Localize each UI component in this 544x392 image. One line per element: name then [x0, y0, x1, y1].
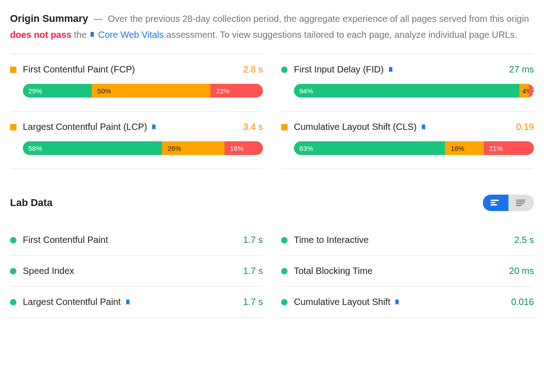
bookmark-icon: [387, 66, 394, 74]
lab-name-fcp: First Contentful Paint: [23, 235, 237, 245]
lab-data-grid: First Contentful Paint 1.7 s Time to Int…: [10, 225, 534, 318]
field-metric-lcp[interactable]: Largest Contentful Paint (LCP) 3.4 s 58%…: [10, 111, 263, 169]
lab-metric-cls[interactable]: Cumulative Layout Shift 0.016: [281, 287, 534, 318]
svg-rect-3: [516, 200, 525, 201]
metric-value-fcp: 2.8 s: [243, 64, 263, 75]
lab-value-cls: 0.016: [511, 297, 534, 307]
core-web-vitals-link[interactable]: Core Web Vitals: [98, 30, 164, 40]
lab-data-title: Lab Data: [10, 197, 483, 209]
svg-rect-1: [491, 202, 495, 203]
circle-icon: [281, 237, 288, 243]
lab-value-tbt: 20 ms: [509, 266, 534, 276]
metric-value-cls: 0.19: [516, 122, 534, 132]
distribution-bar-fid: 94% 4% 2%: [294, 84, 534, 98]
square-icon: [281, 124, 288, 130]
dist-poor: 21%: [484, 141, 534, 155]
circle-icon: [10, 268, 16, 274]
lab-data-header: Lab Data: [10, 195, 534, 211]
lab-name-tti: Time to Interactive: [294, 235, 508, 245]
lab-value-tti: 2.5 s: [514, 235, 534, 245]
origin-summary-post: assessment. To view suggestions tailored…: [166, 30, 517, 40]
bookmark-icon: [125, 298, 131, 306]
circle-icon: [10, 237, 16, 243]
dist-good: 63%: [294, 141, 445, 155]
lab-metric-fcp[interactable]: First Contentful Paint 1.7 s: [10, 225, 263, 256]
bookmark-icon: [394, 298, 400, 306]
lab-name-tbt: Total Blocking Time: [294, 266, 503, 276]
lab-name-cls: Cumulative Layout Shift: [294, 297, 505, 307]
lab-name-si: Speed Index: [23, 266, 237, 276]
dist-avg: 4%: [519, 84, 529, 98]
circle-icon: [281, 268, 288, 274]
view-toggle-list[interactable]: [508, 195, 534, 211]
dash-separator: —: [91, 14, 105, 24]
square-icon: [10, 124, 16, 130]
origin-summary-pre: Over the previous 28-day collection peri…: [108, 14, 529, 24]
dist-good: 29%: [23, 84, 92, 98]
dist-avg: 50%: [92, 84, 210, 98]
distribution-bar-fcp: 29% 50% 22%: [23, 84, 263, 98]
lab-value-lcp: 1.7 s: [243, 297, 263, 307]
field-metric-fcp[interactable]: First Contentful Paint (FCP) 2.8 s 29% 5…: [10, 54, 263, 112]
dist-poor: 2%: [529, 84, 534, 98]
dist-good: 94%: [294, 84, 519, 98]
origin-summary-title: Origin Summary: [10, 13, 88, 24]
svg-rect-0: [491, 200, 499, 201]
svg-rect-6: [516, 205, 522, 206]
bookmark-icon: [89, 31, 95, 39]
circle-icon: [281, 67, 288, 73]
metric-value-fid: 27 ms: [509, 64, 534, 75]
view-toggle: [483, 195, 534, 211]
metric-name-fcp: First Contentful Paint (FCP): [23, 64, 237, 75]
svg-rect-2: [491, 204, 497, 206]
origin-summary-text: Origin Summary — Over the previous 28-da…: [10, 10, 534, 42]
field-metric-cls[interactable]: Cumulative Layout Shift (CLS) 0.19 63% 1…: [281, 111, 534, 169]
dist-poor: 16%: [225, 141, 263, 155]
circle-icon: [281, 299, 288, 305]
svg-rect-5: [516, 203, 523, 204]
lab-metric-tti[interactable]: Time to Interactive 2.5 s: [281, 225, 534, 256]
distribution-bar-lcp: 58% 26% 16%: [23, 141, 263, 155]
metric-name-cls: Cumulative Layout Shift (CLS): [294, 122, 510, 132]
lab-metric-tbt[interactable]: Total Blocking Time 20 ms: [281, 256, 534, 287]
lab-value-si: 1.7 s: [243, 266, 263, 276]
lab-metric-lcp[interactable]: Largest Contentful Paint 1.7 s: [10, 287, 263, 318]
metric-value-lcp: 3.4 s: [243, 122, 263, 132]
dist-avg: 16%: [445, 141, 483, 155]
dist-poor: 22%: [210, 84, 263, 98]
distribution-bar-cls: 63% 16% 21%: [294, 141, 534, 155]
square-icon: [10, 67, 16, 73]
lab-value-fcp: 1.7 s: [243, 235, 263, 245]
metric-name-fid: First Input Delay (FID): [294, 64, 503, 75]
view-toggle-bars[interactable]: [483, 195, 508, 211]
lab-name-lcp: Largest Contentful Paint: [23, 297, 237, 307]
origin-summary-fail: does not pass: [10, 30, 71, 40]
metric-name-lcp: Largest Contentful Paint (LCP): [23, 122, 237, 132]
field-data-grid: First Contentful Paint (FCP) 2.8 s 29% 5…: [10, 54, 534, 169]
bookmark-icon: [151, 123, 157, 131]
lab-metric-si[interactable]: Speed Index 1.7 s: [10, 256, 263, 287]
dist-avg: 26%: [162, 141, 225, 155]
circle-icon: [10, 299, 16, 305]
bookmark-icon: [420, 123, 427, 131]
svg-rect-4: [516, 201, 525, 202]
field-metric-fid[interactable]: First Input Delay (FID) 27 ms 94% 4% 2%: [281, 54, 534, 112]
origin-summary-mid: the: [74, 30, 87, 40]
dist-good: 58%: [23, 141, 162, 155]
